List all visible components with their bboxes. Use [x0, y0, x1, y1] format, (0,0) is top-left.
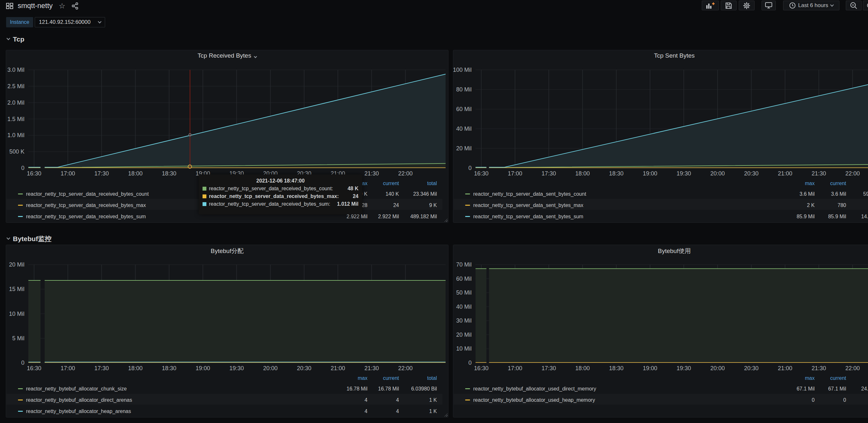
- series-fill: [28, 280, 40, 363]
- legend-series-name[interactable]: reactor_netty_tcp_server_data_received_b…: [26, 202, 146, 209]
- x-tick-label: 21:30: [811, 170, 826, 177]
- legend-series-name[interactable]: reactor_netty_bytebuf_allocator_direct_a…: [26, 397, 132, 404]
- y-tick-label: 1.0 Mil: [7, 132, 25, 138]
- legend-series-name[interactable]: reactor_netty_tcp_server_data_received_b…: [26, 213, 146, 220]
- series-color-dash[interactable]: [465, 194, 470, 194]
- section-header-tcp[interactable]: Tcp: [7, 35, 25, 44]
- settings-gear-icon: [743, 2, 750, 9]
- y-tick-label: 15 Mil: [9, 286, 25, 292]
- chevron-down-icon: [6, 36, 10, 40]
- x-tick-label: 17:00: [507, 365, 522, 371]
- y-tick-label: 10 Mil: [456, 345, 472, 352]
- legend-series-name[interactable]: reactor_netty_tcp_server_data_received_b…: [26, 191, 149, 198]
- save-dashboard-button[interactable]: [721, 1, 737, 10]
- legend-value-total: 24.155 Bil: [833, 385, 868, 392]
- legend-header-total[interactable]: total: [833, 375, 868, 382]
- legend-value-total: 1 K: [385, 397, 437, 404]
- star-icon[interactable]: ☆: [59, 2, 66, 10]
- tooltip-row: reactor_netty_tcp_server_data_received_b…: [199, 200, 362, 208]
- tooltip-series-name: reactor_netty_tcp_server_data_received_b…: [209, 186, 347, 192]
- cycle-view-button[interactable]: [762, 1, 776, 10]
- refresh-icon: [866, 2, 868, 9]
- x-tick-label: 17:00: [507, 170, 522, 177]
- series-color-dash[interactable]: [18, 194, 23, 194]
- instance-select-value: 121.40.92.152:60000: [39, 19, 91, 25]
- instance-select[interactable]: 121.40.92.152:60000: [35, 17, 105, 27]
- section-title: Tcp: [13, 35, 25, 43]
- y-tick-label: 0: [21, 360, 25, 366]
- panel-bytebuf-alloc: Bytebuf分配05 Mil10 Mil15 Mil20 Mil16:3017…: [6, 245, 448, 418]
- save-icon: [725, 2, 732, 9]
- legend-series-name[interactable]: reactor_netty_bytebuf_allocator_heap_are…: [26, 408, 131, 415]
- x-tick-label: 21:00: [778, 170, 792, 177]
- section-header-bytebuf[interactable]: Bytebuf监控: [7, 234, 52, 243]
- y-tick-label: 500 K: [9, 148, 25, 155]
- dashboard-grid-icon[interactable]: [6, 3, 13, 9]
- zoom-out-icon: [850, 2, 858, 9]
- series-color-dash[interactable]: [18, 216, 23, 217]
- chevron-down-icon: [830, 3, 834, 6]
- series-color-dash[interactable]: [18, 399, 23, 400]
- x-tick-label: 21:00: [778, 365, 792, 371]
- y-tick-label: 20 Mil: [9, 261, 25, 268]
- x-tick-label: 17:30: [94, 170, 108, 177]
- legend-header-total[interactable]: total: [385, 180, 437, 187]
- chart-tooltip: 2021-12-06 18:47:00reactor_netty_tcp_ser…: [199, 174, 362, 215]
- x-tick-label: 19:00: [643, 365, 657, 371]
- add-panel-button[interactable]: [702, 1, 719, 10]
- share-icon[interactable]: [71, 2, 79, 10]
- y-tick-label: 50 Mil: [456, 289, 472, 296]
- y-tick-label: 70 Mil: [456, 261, 472, 268]
- series-color-dash[interactable]: [18, 411, 23, 412]
- x-tick-label: 17:30: [541, 170, 556, 177]
- series-color-dash[interactable]: [465, 216, 470, 217]
- series-fill: [45, 280, 445, 363]
- panel-bytebuf-used: Bytebuf使用010 Mil20 Mil30 Mil40 Mil50 Mil…: [453, 245, 868, 418]
- x-tick-label: 19:30: [676, 365, 691, 371]
- dashboard-settings-button[interactable]: [739, 1, 754, 10]
- series-fill: [489, 79, 868, 168]
- dashboard-title[interactable]: smqtt-netty: [18, 2, 53, 10]
- legend-series-name[interactable]: reactor_netty_tcp_server_data_sent_bytes…: [473, 213, 583, 220]
- time-range-label: Last 6 hours: [798, 2, 829, 9]
- x-tick-label: 16:30: [474, 365, 488, 371]
- x-tick-label: 18:30: [609, 365, 623, 371]
- zoom-out-button[interactable]: [846, 1, 862, 10]
- refresh-button[interactable]: [863, 1, 868, 10]
- legend-series-name[interactable]: reactor_netty_tcp_server_data_sent_bytes…: [473, 191, 586, 198]
- y-tick-label: 40 Mil: [456, 125, 472, 132]
- x-tick-label: 18:00: [575, 170, 590, 177]
- series-fill: [489, 269, 868, 363]
- series-fill: [475, 269, 487, 363]
- legend-series-name[interactable]: reactor_netty_bytebuf_allocator_chunk_si…: [26, 385, 127, 392]
- x-tick-label: 20:30: [744, 170, 758, 177]
- tooltip-series-value: 1.012 Mil: [337, 201, 359, 207]
- section-title: Bytebuf监控: [13, 234, 52, 243]
- x-tick-label: 21:30: [364, 170, 379, 177]
- x-tick-label: 22:00: [398, 170, 412, 177]
- legend-series-name[interactable]: reactor_netty_tcp_server_data_sent_bytes…: [473, 202, 583, 209]
- series-color-dash[interactable]: [465, 399, 470, 400]
- y-tick-label: 60 Mil: [456, 276, 472, 282]
- legend-value-total: [833, 202, 868, 209]
- legend-header-total[interactable]: total: [385, 375, 437, 382]
- series-color-dash[interactable]: [18, 388, 23, 389]
- x-tick-label: 19:30: [676, 170, 691, 177]
- x-tick-label: 17:00: [60, 365, 75, 371]
- time-range-picker[interactable]: Last 6 hours: [783, 1, 839, 10]
- legend-value-total: 489.182 Mil: [385, 213, 437, 220]
- series-color-dash[interactable]: [465, 205, 470, 206]
- y-tick-label: 20 Mil: [456, 332, 472, 338]
- legend-header-total[interactable]: total: [833, 180, 868, 187]
- legend-value-total: 9 K: [385, 202, 437, 209]
- series-color-dash[interactable]: [18, 205, 23, 206]
- x-tick-label: 20:00: [710, 170, 724, 177]
- x-tick-label: 18:30: [609, 170, 623, 177]
- legend-series-name[interactable]: reactor_netty_bytebuf_allocator_used_dir…: [473, 385, 596, 392]
- legend-value-total: 14.284 Bil: [833, 213, 868, 220]
- x-tick-label: 18:00: [575, 365, 590, 371]
- legend-series-name[interactable]: reactor_netty_bytebuf_allocator_used_hea…: [473, 397, 595, 404]
- x-tick-label: 19:00: [195, 365, 210, 371]
- series-color-dash[interactable]: [465, 388, 470, 389]
- y-tick-label: 20 Mil: [456, 145, 472, 151]
